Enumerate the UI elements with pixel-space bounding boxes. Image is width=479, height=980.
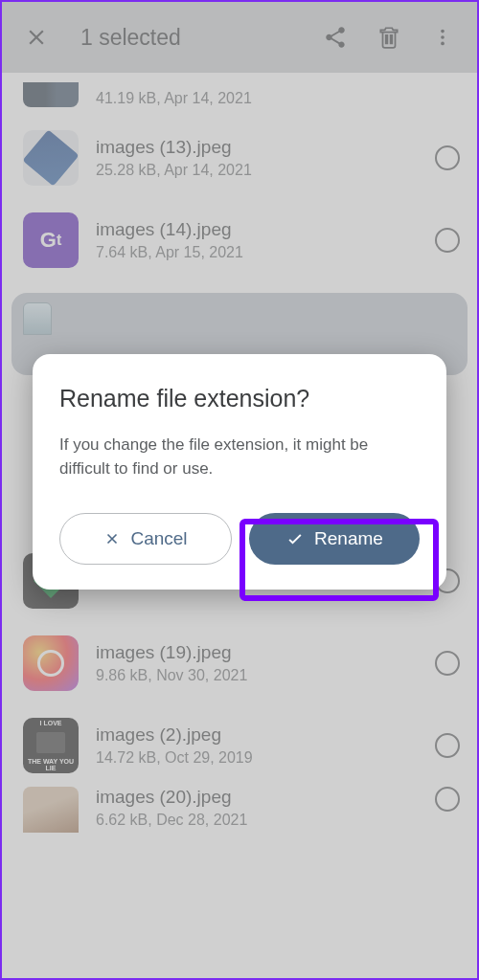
close-icon: [24, 25, 49, 50]
close-icon: [103, 530, 121, 547]
file-name: images (2).jpeg: [96, 724, 418, 746]
select-radio[interactable]: [435, 733, 460, 758]
file-thumbnail: I LOVE THE WAY YOU LIE: [23, 718, 79, 773]
dialog-actions: Cancel Rename: [59, 513, 420, 565]
dialog-body: If you change the file extension, it mig…: [59, 434, 420, 480]
list-item[interactable]: I LOVE THE WAY YOU LIE images (2).jpeg 1…: [2, 704, 477, 787]
file-thumbnail: [23, 82, 79, 107]
trash-icon: [376, 25, 401, 50]
meme-text-top: I LOVE: [40, 720, 62, 726]
file-meta: 7.64 kB, Apr 15, 2021: [96, 244, 418, 261]
share-button[interactable]: [318, 20, 353, 55]
delete-button[interactable]: [372, 20, 406, 55]
rename-label: Rename: [314, 528, 383, 549]
close-selection-button[interactable]: [19, 20, 54, 55]
meme-text-bottom: THE WAY YOU LIE: [25, 758, 77, 771]
file-meta: 14.72 kB, Oct 29, 2019: [96, 749, 418, 767]
meme-image: [36, 732, 65, 753]
list-item[interactable]: Gt images (14).jpeg 7.64 kB, Apr 15, 202…: [2, 199, 477, 281]
rename-extension-dialog: Rename file extension? If you change the…: [33, 354, 446, 590]
file-meta: 9.86 kB, Nov 30, 2021: [96, 667, 418, 684]
rename-button[interactable]: Rename: [249, 513, 420, 565]
file-meta: 41.19 kB, Apr 14, 2021: [96, 90, 460, 107]
svg-point-1: [441, 35, 445, 39]
list-item[interactable]: 41.19 kB, Apr 14, 2021: [2, 78, 477, 117]
file-thumbnail: Gt: [23, 212, 79, 268]
cancel-label: Cancel: [130, 528, 187, 549]
more-vert-icon: [432, 27, 453, 48]
file-meta: 25.28 kB, Apr 14, 2021: [96, 162, 418, 179]
selection-count: 1 selected: [73, 25, 299, 51]
list-item[interactable]: images (13).jpeg 25.28 kB, Apr 14, 2021: [2, 117, 477, 199]
file-name: images (19).jpeg: [96, 642, 418, 663]
file-thumbnail: [23, 787, 79, 833]
file-thumbnail: [23, 302, 52, 335]
select-radio[interactable]: [435, 651, 460, 676]
selection-header: 1 selected: [2, 2, 477, 73]
cancel-button[interactable]: Cancel: [59, 513, 232, 565]
file-thumbnail: [23, 130, 79, 186]
file-thumbnail: [23, 635, 79, 691]
select-radio[interactable]: [435, 228, 460, 253]
svg-point-2: [441, 42, 445, 46]
list-item[interactable]: images (20).jpeg 6.62 kB, Dec 28, 2021: [2, 787, 477, 833]
dialog-title: Rename file extension?: [59, 385, 420, 412]
check-icon: [285, 529, 305, 548]
more-options-button[interactable]: [425, 20, 460, 55]
file-meta: 6.62 kB, Dec 28, 2021: [96, 812, 418, 829]
select-radio[interactable]: [435, 145, 460, 170]
file-name: images (14).jpeg: [96, 219, 418, 240]
share-icon: [323, 25, 348, 50]
file-name: images (13).jpeg: [96, 137, 418, 158]
file-name: images (20).jpeg: [96, 787, 418, 808]
list-item[interactable]: images (19).jpeg 9.86 kB, Nov 30, 2021: [2, 622, 477, 704]
select-radio[interactable]: [435, 787, 460, 812]
svg-point-0: [441, 30, 445, 33]
